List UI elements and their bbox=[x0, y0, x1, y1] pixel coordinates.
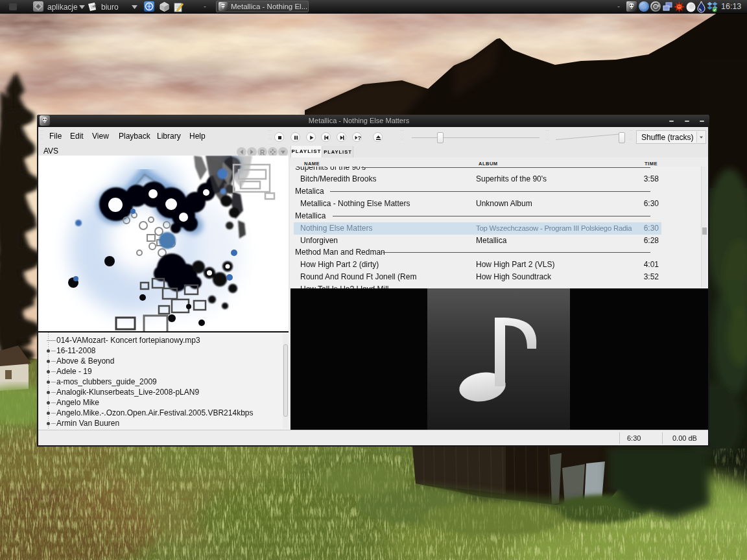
svg-text:?: ? bbox=[358, 135, 362, 141]
svg-text:R: R bbox=[260, 149, 265, 156]
